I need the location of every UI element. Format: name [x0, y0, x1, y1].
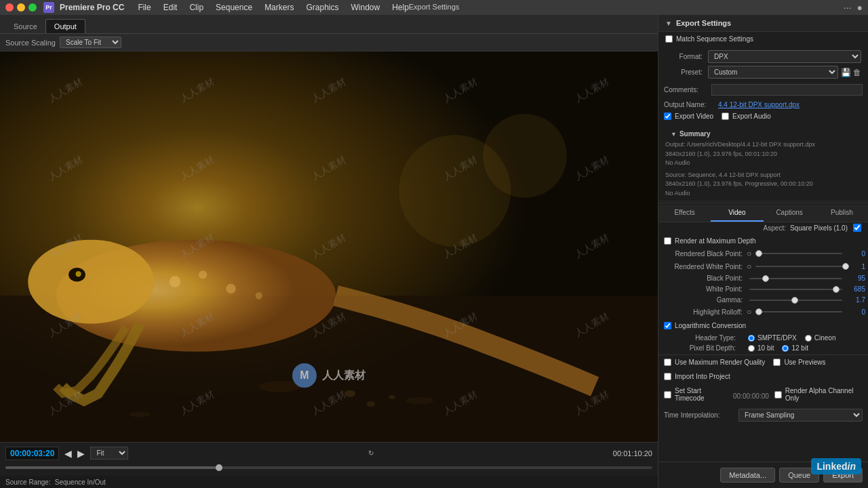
match-sequence-checkbox[interactable] — [665, 35, 673, 43]
format-label: Format: — [665, 53, 703, 60]
set-start-timecode-checkbox[interactable] — [664, 391, 671, 399]
scrub-track[interactable] — [5, 466, 652, 469]
output-name-row: Output Name: 4.4 12-bit DPX support.dpx — [658, 99, 868, 110]
export-video-row: Export Video Export Audio — [658, 110, 868, 125]
export-settings-header[interactable]: ▼ Export Settings — [658, 15, 868, 32]
pixel-12bit-radio[interactable] — [782, 345, 789, 352]
white-point-slider[interactable] — [749, 289, 842, 290]
gamma-thumb[interactable] — [791, 297, 798, 304]
rendered-black-circle[interactable]: ○ — [747, 249, 751, 258]
svg-point-8 — [226, 284, 235, 293]
menu-file[interactable]: File — [132, 1, 156, 14]
source-scaling-dropdown[interactable]: Scale To Fit Scale To Fill Stretch To Fi… — [60, 37, 121, 48]
format-select[interactable]: DPX H.264 ProRes — [708, 50, 861, 63]
menu-graphics[interactable]: Graphics — [300, 1, 344, 14]
set-start-timecode-checkbox-row: Set Start Timecode — [664, 387, 728, 402]
summary-output-audio: No Audio — [665, 159, 690, 166]
render-max-depth-checkbox[interactable] — [664, 237, 671, 245]
tab-source[interactable]: Source — [5, 20, 45, 33]
export-audio-checkbox-row: Export Audio — [722, 113, 771, 120]
scrub-bar[interactable] — [0, 462, 658, 474]
render-alpha-checkbox[interactable] — [774, 391, 782, 399]
menu-markers[interactable]: Markers — [259, 1, 299, 14]
scrub-thumb[interactable] — [216, 464, 222, 471]
gamma-slider[interactable] — [749, 300, 842, 301]
svg-point-6 — [170, 276, 181, 287]
menubar-right-icons: ··· ● — [844, 2, 863, 13]
user-icon: ● — [857, 2, 863, 13]
summary-title: Summary — [679, 130, 711, 138]
tab-captions[interactable]: Captions — [764, 205, 816, 222]
play-button[interactable]: ▶ — [77, 448, 85, 459]
tab-publish[interactable]: Publish — [816, 205, 868, 222]
match-sequence-label: Match Sequence Settings — [676, 35, 753, 43]
summary-header[interactable]: ▼ Summary — [665, 127, 861, 140]
rendered-white-label: Rendered White Point: — [661, 263, 743, 270]
header-cineon-option: Cineon — [805, 334, 836, 342]
metadata-button[interactable]: Metadata... — [720, 468, 775, 483]
export-video-checkbox[interactable] — [664, 113, 671, 120]
save-preset-icon[interactable]: 💾 — [841, 68, 851, 77]
rendered-black-row: Rendered Black Point: ○ 0 — [658, 249, 868, 258]
tab-output[interactable]: Output — [45, 19, 85, 33]
log-conversion-checkbox[interactable] — [664, 322, 671, 329]
export-video-label: Export Video — [675, 113, 713, 120]
comments-input[interactable] — [711, 84, 863, 96]
tab-effects[interactable]: Effects — [658, 205, 711, 222]
loop-icon[interactable]: ↻ — [368, 449, 374, 457]
header-cineon-radio[interactable] — [805, 335, 812, 342]
menu-window[interactable]: Window — [346, 1, 386, 14]
use-previews-checkbox[interactable] — [773, 359, 781, 366]
tab-video[interactable]: Video — [711, 205, 763, 222]
menu-edit[interactable]: Edit — [158, 1, 183, 14]
menu-clip[interactable]: Clip — [184, 1, 209, 14]
end-timecode: 00:01:10:20 — [613, 449, 652, 458]
aspect-checkbox[interactable] — [853, 224, 861, 232]
white-point-thumb[interactable] — [833, 286, 840, 293]
timecode-display[interactable]: 00:00:03:20 — [5, 447, 59, 460]
minimize-button[interactable] — [17, 3, 25, 12]
use-max-render-row: Use Maximum Render Quality — [664, 359, 765, 366]
svg-point-14 — [367, 401, 375, 407]
comments-label: Comments: — [664, 86, 711, 94]
export-settings-title: Export Settings — [676, 19, 731, 27]
menu-sequence[interactable]: Sequence — [210, 1, 258, 14]
header-cineon-label: Cineon — [814, 334, 836, 342]
pixel-10bit-radio[interactable] — [748, 345, 755, 352]
highlight-rolloff-circle[interactable]: ○ — [747, 307, 751, 317]
header-smpte-label: SMPTE/DPX — [757, 334, 797, 342]
rendered-white-circle[interactable]: ○ — [747, 262, 751, 271]
rendered-white-thumb[interactable] — [842, 263, 849, 270]
time-interp-select[interactable]: Frame Sampling Frame Blending Optical Fl… — [738, 409, 863, 422]
black-point-slider[interactable] — [749, 278, 842, 279]
use-max-render-checkbox[interactable] — [664, 359, 671, 366]
play-back-button[interactable]: ◀ — [64, 448, 72, 459]
header-smpte-radio[interactable] — [748, 335, 755, 342]
highlight-rolloff-slider[interactable] — [755, 311, 842, 312]
rendered-white-slider[interactable] — [755, 266, 842, 267]
black-point-thumb[interactable] — [762, 275, 769, 282]
svg-point-3 — [28, 240, 154, 324]
output-name-label: Output Name: — [664, 101, 718, 108]
rendered-black-slider[interactable] — [755, 253, 842, 254]
delete-preset-icon[interactable]: 🗑 — [853, 68, 861, 77]
summary-source: Source: Sequence, 4.4 12-bit DPX support… — [665, 171, 861, 199]
maximize-button[interactable] — [28, 3, 37, 12]
source-scaling-label: Source Scaling — [5, 39, 56, 47]
black-point-row: Black Point: 95 — [658, 274, 868, 282]
black-point-value: 95 — [845, 274, 865, 282]
output-name-value[interactable]: 4.4 12-bit DPX support.dpx — [718, 101, 800, 108]
import-project-checkbox[interactable] — [664, 373, 671, 380]
app-name: Premiere Pro CC — [60, 3, 124, 12]
format-row: Format: DPX H.264 ProRes — [664, 50, 863, 63]
divider-2 — [658, 354, 868, 355]
preset-select[interactable]: Custom — [708, 66, 838, 79]
more-icon: ··· — [844, 2, 852, 13]
close-button[interactable] — [5, 3, 14, 12]
render-alpha-row: Render Alpha Channel Only — [774, 387, 863, 402]
highlight-rolloff-thumb[interactable] — [755, 308, 762, 315]
rendered-black-thumb[interactable] — [755, 250, 762, 257]
export-audio-checkbox[interactable] — [722, 113, 729, 120]
svg-point-13 — [344, 390, 356, 397]
fit-dropdown[interactable]: Fit 25% 50% 75% 100% — [90, 447, 128, 460]
